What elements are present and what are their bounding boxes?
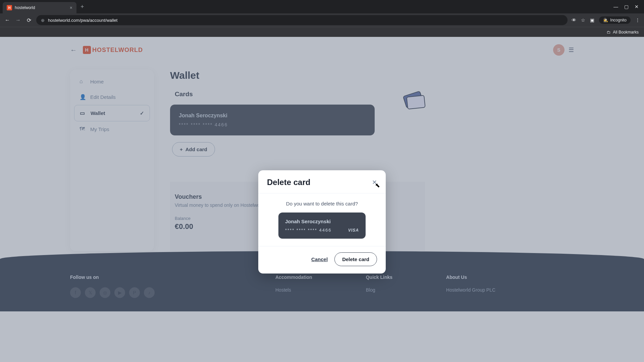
extensions-icon[interactable]: ▣	[590, 17, 594, 23]
close-window-icon[interactable]: ✕	[635, 4, 639, 9]
all-bookmarks-label: All Bookmarks	[613, 30, 639, 35]
site-info-icon[interactable]: ⊕	[41, 18, 45, 23]
url-bar[interactable]: ⊕ hostelworld.com/pwa/account/wallet	[36, 15, 568, 25]
tab-favicon: H	[7, 5, 12, 10]
all-bookmarks-button[interactable]: 🗀 All Bookmarks	[607, 30, 639, 35]
window-controls: — ▢ ✕	[613, 4, 641, 9]
modal-card-holder: Jonah Seroczynski	[285, 219, 359, 224]
incognito-label: Incognito	[610, 18, 627, 22]
browser-menu-icon[interactable]: ⋮	[635, 17, 640, 23]
modal-message: Do you want to delete this card?	[267, 201, 377, 206]
minimize-icon[interactable]: —	[613, 4, 618, 9]
modal-card-number: **** **** **** 4466	[285, 228, 331, 233]
modal-card-preview: Jonah Seroczynski **** **** **** 4466 VI…	[278, 213, 366, 239]
incognito-badge: 🕵 Incognito	[599, 16, 631, 24]
browser-tab-strip: H hostelworld × + — ▢ ✕	[0, 0, 644, 13]
new-tab-button[interactable]: +	[80, 3, 84, 10]
url-text: hostelworld.com/pwa/account/wallet	[48, 18, 117, 23]
incognito-icon: 🕵	[603, 18, 608, 22]
cancel-button[interactable]: Cancel	[311, 256, 328, 262]
browser-toolbar: ← → ⟳ ⊕ hostelworld.com/pwa/account/wall…	[0, 13, 644, 27]
tab-title: hostelworld	[15, 5, 67, 10]
eye-off-icon[interactable]: 👁	[572, 17, 576, 23]
browser-tab[interactable]: H hostelworld ×	[3, 2, 76, 13]
nav-forward-icon[interactable]: →	[15, 17, 21, 23]
bookmarks-bar: 🗀 All Bookmarks	[0, 27, 644, 37]
maximize-icon[interactable]: ▢	[624, 4, 629, 9]
modal-close-icon[interactable]: ✕	[372, 179, 377, 186]
page-viewport: ← H HOSTELWORLD S ☰ ⌂ Home 👤 Edit Detail…	[0, 37, 644, 362]
bookmark-star-icon[interactable]: ☆	[581, 17, 585, 23]
delete-card-modal: Delete card ✕ Do you want to delete this…	[258, 170, 386, 274]
tab-close-icon[interactable]: ×	[70, 5, 72, 10]
nav-back-icon[interactable]: ←	[4, 17, 11, 23]
nav-reload-icon[interactable]: ⟳	[25, 17, 32, 23]
modal-title: Delete card	[267, 178, 310, 187]
visa-brand-icon: VISA	[348, 228, 359, 233]
delete-card-button[interactable]: Delete card	[334, 252, 377, 266]
folder-icon: 🗀	[607, 30, 611, 35]
